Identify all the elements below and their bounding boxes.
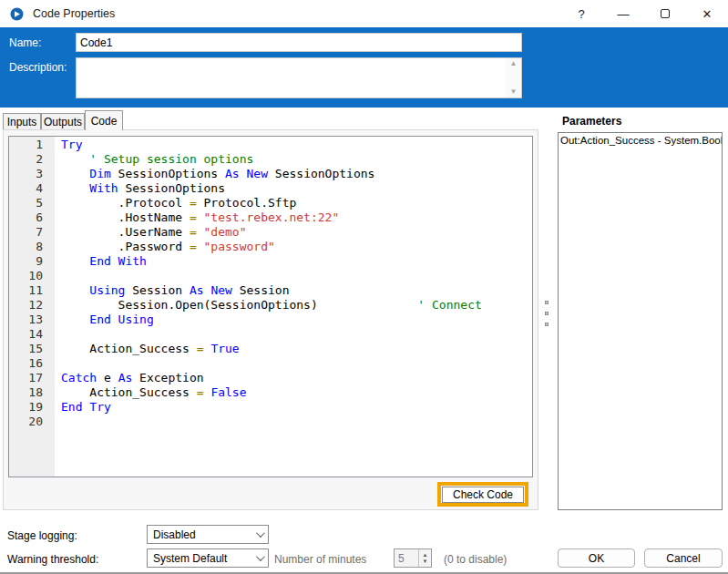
chevron-down-icon <box>256 552 265 561</box>
code-line: Action_Success = True <box>61 342 482 356</box>
window-title: Code Properties <box>33 7 115 20</box>
minimize-button[interactable]: — <box>602 0 644 27</box>
ok-button[interactable]: OK <box>558 548 635 568</box>
number-of-minutes-label: Number of minutes <box>274 553 366 566</box>
close-button[interactable]: ✕ <box>686 0 728 27</box>
check-code-button[interactable]: Check Code <box>442 487 524 503</box>
code-line: With SessionOptions <box>61 181 482 196</box>
warning-threshold-label: Warning threshold: <box>7 553 98 566</box>
line-number: 16 <box>9 356 43 371</box>
name-label: Name: <box>9 36 41 49</box>
description-input[interactable] <box>77 58 506 97</box>
line-number: 19 <box>9 400 43 415</box>
warning-threshold-value: System Default <box>153 552 227 565</box>
scroll-up-icon: ▲ <box>510 60 518 67</box>
code-lines: Try ' Setup session options Dim SessionO… <box>55 137 482 477</box>
cancel-button[interactable]: Cancel <box>644 548 723 568</box>
tab-inputs[interactable]: Inputs <box>3 113 41 130</box>
spinner-up-icon[interactable]: ▲ <box>423 552 428 559</box>
code-line: End Try <box>61 400 482 415</box>
code-line: .UserName = "demo" <box>61 225 482 240</box>
code-stage-icon <box>10 7 24 21</box>
code-line <box>61 269 482 283</box>
chevron-down-icon <box>256 528 265 538</box>
header-panel: Name: Description: ▲ ▼ <box>0 27 728 108</box>
code-line: Session.Open(SessionOptions) ' Connect <box>61 298 482 313</box>
code-gutter: 1234567891011121314151617181920 <box>9 137 55 477</box>
stage-logging-dropdown[interactable]: Disabled <box>147 525 269 544</box>
code-line: End Using <box>61 313 482 327</box>
description-box: ▲ ▼ <box>76 57 522 98</box>
line-number: 7 <box>9 225 43 240</box>
tab-outputs[interactable]: Outputs <box>41 113 85 130</box>
code-line: Dim SessionOptions As New SessionOptions <box>61 167 482 181</box>
line-number: 8 <box>9 240 43 254</box>
line-number: 15 <box>9 342 43 356</box>
code-line: .HostName = "test.rebex.net:22" <box>61 210 482 225</box>
code-tab-page: 1234567891011121314151617181920 Try ' Se… <box>3 129 538 510</box>
help-button[interactable]: ? <box>560 0 602 27</box>
code-line <box>61 356 482 371</box>
stage-logging-value: Disabled <box>153 528 196 541</box>
spinner-down-icon[interactable]: ▼ <box>423 559 428 565</box>
line-number: 4 <box>9 181 43 196</box>
code-line: ' Setup session options <box>61 152 482 167</box>
minutes-spinner[interactable]: 5 ▲ ▼ <box>394 548 432 568</box>
line-number: 17 <box>9 371 43 385</box>
scroll-down-icon: ▼ <box>510 88 518 96</box>
disable-hint: (0 to disable) <box>444 553 507 566</box>
line-number: 3 <box>9 167 43 181</box>
line-number: 14 <box>9 327 43 342</box>
maximize-button[interactable] <box>644 0 686 27</box>
code-line: Action_Success = False <box>61 385 482 400</box>
name-input[interactable] <box>76 33 522 52</box>
description-label: Description: <box>9 61 67 74</box>
line-number: 11 <box>9 283 43 298</box>
line-number: 12 <box>9 298 43 313</box>
line-number: 18 <box>9 385 43 400</box>
stage-logging-label: Stage logging: <box>7 529 77 542</box>
splitter-grip[interactable] <box>545 301 549 304</box>
line-number: 9 <box>9 254 43 269</box>
code-line <box>61 415 482 429</box>
check-code-highlight: Check Code <box>437 482 528 507</box>
code-editor[interactable]: 1234567891011121314151617181920 Try ' Se… <box>8 136 533 477</box>
description-scrollbar[interactable]: ▲ ▼ <box>506 58 521 97</box>
parameters-list[interactable]: Out:Action_Success - System.Boolean <box>558 132 723 510</box>
splitter-grip[interactable] <box>545 312 549 315</box>
line-number: 20 <box>9 415 43 429</box>
line-number: 13 <box>9 313 43 327</box>
warning-threshold-dropdown[interactable]: System Default <box>147 548 269 568</box>
parameters-title: Parameters <box>562 115 621 128</box>
code-line: .Protocol = Protocol.Sftp <box>61 196 482 210</box>
code-line: Try <box>61 138 482 152</box>
maximize-icon <box>661 9 670 18</box>
minutes-value: 5 <box>395 549 418 567</box>
line-number: 2 <box>9 152 43 167</box>
title-bar: Code Properties ? — ✕ <box>0 0 728 27</box>
line-number: 6 <box>9 210 43 225</box>
line-number: 10 <box>9 269 43 283</box>
code-line: End With <box>61 254 482 269</box>
line-number: 5 <box>9 196 43 210</box>
code-line: .Password = "password" <box>61 240 482 254</box>
splitter-grip[interactable] <box>545 323 549 326</box>
tab-code[interactable]: Code <box>85 110 123 130</box>
code-line: Using Session As New Session <box>61 283 482 298</box>
code-properties-dialog: Code Properties ? — ✕ Name: Description:… <box>0 0 728 574</box>
code-line: Catch e As Exception <box>61 371 482 385</box>
parameter-item[interactable]: Out:Action_Success - System.Boolean <box>559 133 722 146</box>
code-line <box>61 327 482 342</box>
line-number: 1 <box>9 138 43 152</box>
